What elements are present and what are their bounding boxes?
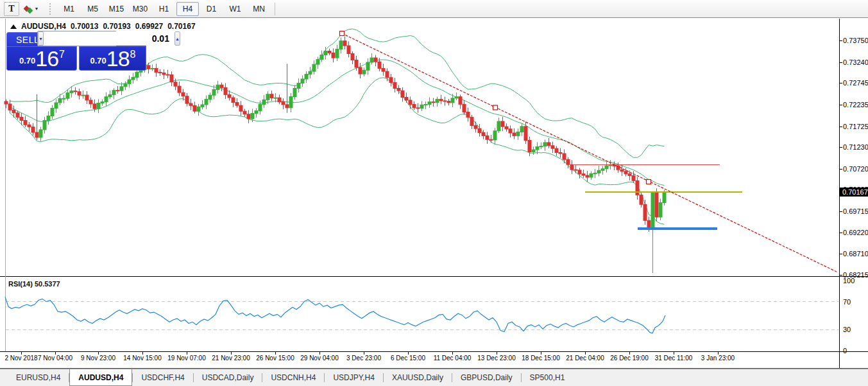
- sell-price-big: 16: [35, 49, 58, 68]
- candle-body: [382, 68, 385, 71]
- candle-body: [297, 83, 300, 88]
- candle-body: [324, 51, 327, 55]
- candle-body: [166, 75, 169, 75]
- chart-tab-audusdh4[interactable]: AUDUSD,H4: [69, 369, 132, 386]
- candle-body: [374, 58, 377, 62]
- current-price-tag: 0.70167: [840, 188, 868, 197]
- candle-body: [416, 108, 420, 109]
- candle-body: [593, 173, 597, 173]
- chart-tab-bar: EURUSD,H4AUDUSD,H4USDCHF,H4USDCAD,DailyU…: [0, 369, 868, 386]
- lot-increase-button[interactable]: ▲: [174, 31, 180, 46]
- lot-decrease-button[interactable]: ▼: [38, 31, 44, 46]
- candle-body: [97, 103, 100, 109]
- time-axis-label: 18 Dec 15:00: [522, 355, 560, 362]
- candle-body: [35, 132, 38, 137]
- chart-tab-usdcnhh4[interactable]: USDCNH,H4: [262, 369, 324, 386]
- candle-body: [232, 98, 235, 103]
- candle-body: [513, 133, 516, 136]
- time-axis-label: 19 Nov 07:00: [167, 355, 206, 362]
- candle-body: [193, 105, 196, 111]
- candle-body: [428, 102, 431, 105]
- candle-body: [489, 139, 493, 140]
- chart-title: AUDUSD,H4 0.70013 0.70193 0.69927 0.7016…: [10, 22, 196, 31]
- time-axis-label: 3 Jan 23:00: [701, 355, 735, 362]
- candle-body: [124, 83, 127, 87]
- candle-body: [582, 174, 585, 175]
- lot-size-input[interactable]: [44, 31, 174, 46]
- candle-body: [212, 89, 216, 95]
- chart-tab-usdjpyh4[interactable]: USDJPY,H4: [325, 369, 382, 386]
- candle-body: [409, 100, 412, 105]
- candle-body: [251, 113, 254, 119]
- candle-body: [366, 62, 370, 70]
- candle-body: [389, 78, 393, 83]
- candle-body: [570, 164, 574, 170]
- candle-body: [4, 101, 8, 104]
- candle-body: [12, 110, 15, 112]
- price-axis-tick: [839, 105, 842, 105]
- candle-body: [455, 97, 458, 98]
- time-axis-label: 14 Nov 15:00: [123, 355, 162, 362]
- candle-body: [116, 91, 119, 91]
- candle-body: [647, 220, 651, 228]
- trendline-handle: [647, 180, 651, 184]
- time-axis-label: 26 Nov 15:00: [256, 355, 294, 362]
- time-axis-label: 26 Dec 19:00: [610, 355, 649, 362]
- close-value: 0.70167: [167, 22, 195, 31]
- price-axis-tick: [839, 40, 842, 41]
- candle-body: [47, 116, 50, 120]
- candle-body: [112, 91, 115, 95]
- candle-body: [543, 143, 547, 146]
- time-axis-tick: [21, 352, 22, 355]
- candle-body: [528, 140, 531, 152]
- candle-body: [516, 132, 520, 136]
- candle-body: [105, 97, 108, 102]
- candle-body: [601, 169, 604, 170]
- time-axis-tick: [674, 352, 674, 355]
- trendline-handle: [493, 105, 498, 110]
- candle-body: [89, 100, 92, 104]
- candle-body: [436, 100, 439, 103]
- candle-body: [24, 121, 27, 125]
- chart-tab-eurusdh4[interactable]: EURUSD,H4: [8, 369, 69, 386]
- candle-body: [155, 68, 158, 72]
- candle-body: [397, 89, 400, 91]
- candle-body: [555, 148, 558, 152]
- candle-body: [262, 100, 266, 104]
- time-axis-tick: [319, 352, 320, 355]
- candle-body: [162, 73, 166, 75]
- candle-body: [336, 49, 339, 58]
- time-axis-label: 21 Dec 04:00: [566, 355, 604, 362]
- candle-body: [659, 203, 662, 217]
- price-axis-tick: [839, 62, 842, 63]
- price-axis-tick: [839, 83, 842, 83]
- candle-body: [201, 105, 204, 107]
- chart-tab-usdchfh4[interactable]: USDCHF,H4: [133, 369, 192, 386]
- candle-body: [85, 95, 89, 100]
- mt4-window: T ▼ M1M5M15M30H1H4D1W1MN AUDUSD,H4 0.700…: [0, 0, 868, 386]
- candle-body: [566, 159, 570, 164]
- candle-body: [224, 87, 227, 94]
- chart-tab-gbpusddaily[interactable]: GBPUSD,Daily: [452, 369, 521, 386]
- candle-body: [532, 150, 535, 152]
- candle-body: [170, 75, 173, 82]
- time-axis-label: 21 Nov 23:00: [212, 355, 250, 362]
- bollinger-middle-band: [10, 60, 665, 186]
- candle-body: [474, 126, 477, 129]
- candle-body: [178, 86, 181, 92]
- candle-body: [547, 143, 550, 146]
- candle-body: [359, 67, 362, 74]
- candle-body: [497, 121, 500, 131]
- candle-body: [663, 192, 666, 202]
- candle-body: [632, 176, 635, 181]
- candle-body: [393, 82, 396, 88]
- price-axis-label: 0.72745: [843, 79, 868, 87]
- chart-tab-sp500h1[interactable]: SP500,H1: [522, 369, 574, 386]
- candle-body: [31, 127, 35, 132]
- rsi-axis-label: 100: [843, 277, 855, 285]
- candle-body: [243, 111, 246, 114]
- candle-body: [266, 94, 269, 100]
- chart-tab-usdcaddaily[interactable]: USDCAD,Daily: [194, 369, 262, 386]
- chart-tab-xauusddaily[interactable]: XAUUSD,Daily: [384, 369, 452, 386]
- candle-body: [605, 166, 608, 169]
